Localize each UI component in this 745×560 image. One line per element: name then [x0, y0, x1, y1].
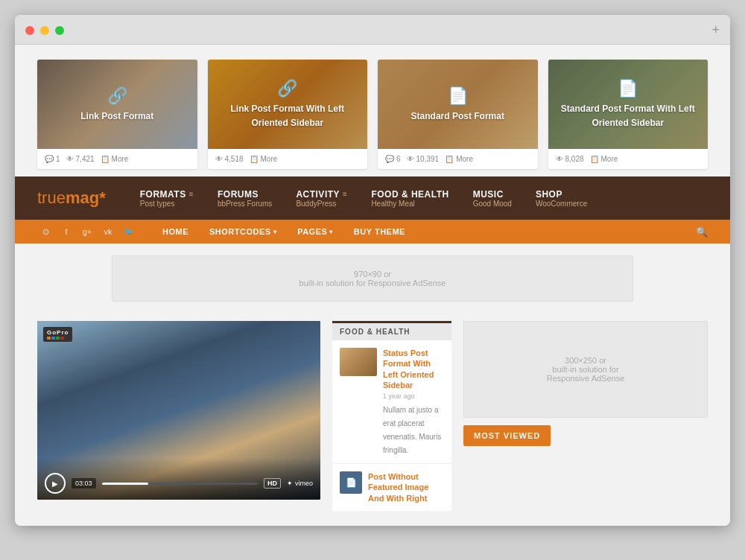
gopro-dots [47, 337, 69, 340]
pages-arrow: ▾ [329, 229, 333, 235]
main-content: GoPro ▶ 03:03 [15, 314, 730, 526]
logo-star: * [99, 188, 106, 207]
search-icon[interactable]: 🔍 [696, 226, 708, 238]
card-3-image: 📄 Standard Post Format [378, 60, 538, 149]
nav-item-forums[interactable]: FORUMS bbPress Forums [206, 176, 284, 220]
music-sub: Good Mood [473, 200, 512, 208]
nav-item-formats[interactable]: FORMATS ≡ Post types [128, 176, 206, 220]
food-health-header: FOOD & HEALTH [332, 321, 451, 340]
gopro-text: GoPro [47, 329, 69, 336]
formats-menu-icon: ≡ [189, 190, 194, 198]
card-link-post-sidebar[interactable]: 🔗 Link Post Format With Left Oriented Si… [208, 60, 368, 169]
doc-icon-2: 📄 [554, 79, 703, 98]
nav-item-food-health[interactable]: FOOD & HEALTH Healthy Meal [359, 176, 460, 220]
gopro-dot-orange [47, 337, 51, 340]
shop-label: SHOP [536, 189, 587, 200]
ad-text-1: 970×90 or [354, 270, 391, 279]
ad-text-2: built-in solution for Responsive AdSense [299, 279, 446, 287]
card-3-title: Standard Post Format [411, 111, 504, 121]
card-2-more-link[interactable]: 📋 More [250, 155, 278, 163]
gopro-dot-green [56, 337, 60, 340]
nav-bar: truemag* FORMATS ≡ Post types FORUMS bbP… [15, 176, 730, 220]
social-icons: ⊙ f g+ vk 🐦 [37, 223, 137, 240]
card-1-comments: 💬 1 [45, 155, 60, 163]
card-link-post[interactable]: 🔗 Link Post Format 💬 1 👁 7,421 📋 More [37, 60, 197, 169]
browser-chrome: + [15, 15, 730, 45]
food-item-1[interactable]: Status Post Format With Left Oriented Si… [332, 340, 451, 464]
card-2-image: 🔗 Link Post Format With Left Oriented Si… [208, 60, 368, 149]
card-1-meta: 💬 1 👁 7,421 📋 More [37, 149, 197, 169]
shortcodes-arrow: ▾ [273, 229, 277, 235]
video-section: GoPro ▶ 03:03 [37, 321, 320, 511]
food-health-label: FOOD & HEALTH [371, 189, 448, 200]
card-4-content: 📄 Standard Post Format With Left Oriente… [548, 73, 708, 135]
card-4-image: 📄 Standard Post Format With Left Oriente… [548, 60, 708, 149]
shop-sub: WooCommerce [536, 200, 587, 208]
nav-item-music[interactable]: MUSIC Good Mood [461, 176, 524, 220]
card-4-more-link[interactable]: 📋 More [590, 155, 618, 163]
nav-item-shop[interactable]: SHOP WooCommerce [524, 176, 599, 220]
close-dot[interactable] [25, 26, 34, 35]
sub-nav-items: HOME SHORTCODES ▾ PAGES ▾ BUY THEME [152, 220, 696, 244]
ad-small-text-2: built-in solution for [552, 365, 618, 374]
card-standard-post[interactable]: 📄 Standard Post Format 💬 6 👁 10,391 📋 Mo… [378, 60, 538, 169]
video-progress-fill [102, 483, 149, 485]
video-progress-bar[interactable] [102, 483, 258, 485]
food-health-sub: Healthy Meal [371, 200, 448, 208]
vk-icon[interactable]: vk [100, 223, 116, 240]
food-health-section: FOOD & HEALTH Status Post Format With Le… [332, 321, 451, 511]
card-2-views: 👁 4,518 [215, 155, 244, 163]
ad-banner-section: 970×90 or built-in solution for Responsi… [15, 244, 730, 314]
new-tab-button[interactable]: + [711, 22, 720, 38]
formats-sub: Post types [140, 200, 194, 208]
vimeo-label: ✦ vimeo [287, 480, 313, 487]
maximize-dot[interactable] [55, 26, 64, 35]
card-3-content: 📄 Standard Post Format [405, 80, 510, 129]
card-standard-post-sidebar[interactable]: 📄 Standard Post Format With Left Oriente… [548, 60, 708, 169]
subnav-buy-theme[interactable]: BUY THEME [343, 220, 416, 244]
subnav-pages[interactable]: PAGES ▾ [287, 220, 343, 244]
googleplus-icon[interactable]: g+ [79, 223, 95, 240]
gopro-logo: GoPro [47, 329, 69, 340]
card-1-views: 👁 7,421 [66, 155, 95, 163]
food-item-1-title[interactable]: Status Post Format With Left Oriented Si… [383, 348, 444, 390]
facebook-icon[interactable]: f [58, 223, 74, 240]
formats-label: FORMATS ≡ [140, 189, 194, 200]
twitter-icon[interactable]: 🐦 [121, 223, 137, 240]
activity-sub: BuddyPress [296, 200, 347, 208]
card-4-meta: 👁 8,028 📋 More [548, 149, 708, 169]
link-icon-2: 🔗 [214, 79, 362, 98]
subnav-shortcodes[interactable]: SHORTCODES ▾ [199, 220, 287, 244]
card-3-views: 👁 10,391 [407, 155, 440, 163]
gopro-dot-red [60, 337, 64, 340]
card-2-meta: 👁 4,518 📋 More [208, 149, 368, 169]
hd-label: HD [264, 478, 281, 489]
ad-box-300: 300×250 or built-in solution for Respons… [463, 321, 708, 418]
food-item-1-content: Status Post Format With Left Oriented Si… [383, 348, 444, 456]
play-button[interactable]: ▶ [45, 473, 66, 494]
ad-small-text-3: Responsive AdSense [547, 374, 625, 383]
food-item-2[interactable]: 📄 Post Without Featured Image And With R… [332, 464, 451, 511]
card-1-title: Link Post Format [80, 111, 153, 121]
card-3-more-link[interactable]: 📋 More [445, 155, 473, 163]
site-logo[interactable]: truemag* [37, 188, 106, 208]
page-content: 🔗 Link Post Format 💬 1 👁 7,421 📋 More 🔗 [15, 45, 730, 526]
logo-true: true [37, 188, 66, 207]
music-label: MUSIC [473, 189, 512, 200]
ad-small-text-1: 300×250 or [565, 356, 606, 365]
video-player: GoPro ▶ 03:03 [37, 321, 320, 500]
browser-window: + 🔗 Link Post Format 💬 1 👁 7,421 📋 Mor [15, 15, 730, 526]
card-4-views: 👁 8,028 [556, 155, 584, 163]
subnav-home[interactable]: HOME [152, 220, 199, 244]
logo-mag: mag [66, 188, 99, 207]
minimize-dot[interactable] [40, 26, 49, 35]
gopro-dot-blue [51, 337, 55, 340]
card-2-title: Link Post Format With Left Oriented Side… [230, 104, 344, 128]
card-1-content: 🔗 Link Post Format [74, 80, 159, 129]
gopro-badge: GoPro [43, 327, 72, 342]
nav-item-activity[interactable]: ACTIVITY ≡ BuddyPress [284, 176, 359, 220]
food-item-2-title[interactable]: Post Without Featured Image And With Rig… [368, 471, 444, 503]
rss-icon[interactable]: ⊙ [37, 223, 54, 240]
card-1-more-link[interactable]: 📋 More [101, 155, 129, 163]
activity-label: ACTIVITY ≡ [296, 189, 347, 200]
